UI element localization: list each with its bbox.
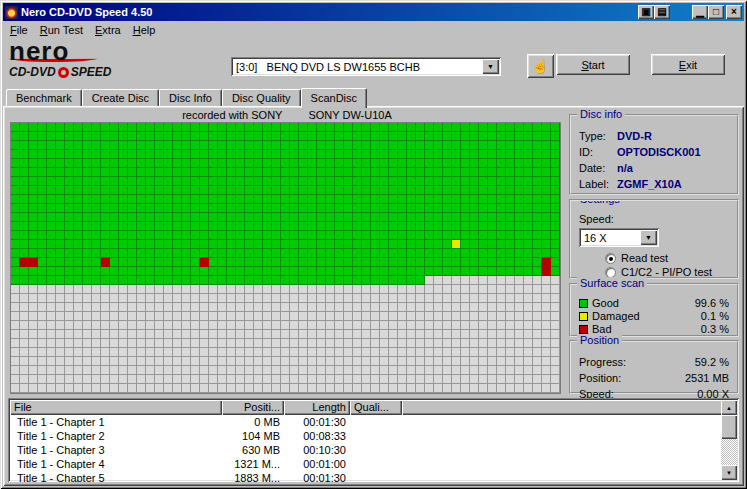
scroll-down-icon[interactable]: ▼ — [721, 465, 737, 480]
scan-cell — [38, 348, 47, 357]
scan-grid-row — [11, 357, 560, 366]
scan-cell — [299, 213, 308, 222]
scan-cell — [533, 249, 542, 258]
scan-cell — [20, 294, 29, 303]
chevron-down-icon[interactable]: ▼ — [640, 230, 657, 245]
scan-cell — [263, 339, 272, 348]
scan-cell — [506, 384, 515, 393]
scan-cell — [218, 168, 227, 177]
scan-cell — [551, 348, 560, 357]
scan-cell — [533, 159, 542, 168]
scan-cell — [317, 384, 326, 393]
minimize-button[interactable]: ▁ — [692, 5, 708, 19]
scan-cell — [533, 258, 542, 267]
file-table-header: FilePositi...LengthQuali... — [10, 400, 737, 415]
scan-cell — [56, 195, 65, 204]
table-row[interactable]: Title 1 - Chapter 51883 M...00:01:30 — [10, 471, 737, 482]
scan-cell — [416, 258, 425, 267]
scan-cell — [452, 195, 461, 204]
tab-benchmark[interactable]: Benchmark — [6, 89, 82, 106]
scan-cell — [29, 357, 38, 366]
scan-cell — [416, 348, 425, 357]
scan-cell — [524, 276, 533, 285]
scan-cell — [20, 159, 29, 168]
table-row[interactable]: Title 1 - Chapter 10 MB00:01:30 — [10, 415, 737, 429]
titlebar-extra-button-2[interactable]: ▤ — [654, 5, 670, 19]
vertical-scrollbar[interactable]: ▲ ▼ — [721, 400, 737, 480]
scan-cell — [227, 222, 236, 231]
scan-cell — [443, 339, 452, 348]
scan-cell — [47, 132, 56, 141]
scan-cell — [542, 159, 551, 168]
close-button[interactable]: × — [726, 5, 742, 19]
tab-scandisc[interactable]: ScanDisc — [301, 88, 367, 108]
menu-item-help[interactable]: Help — [127, 23, 162, 37]
exit-button[interactable]: Exit — [651, 54, 725, 75]
scan-grid-row — [11, 204, 560, 213]
scan-cell — [200, 348, 209, 357]
scan-cell — [83, 213, 92, 222]
table-row[interactable]: Title 1 - Chapter 41321 M...00:01:00 — [10, 457, 737, 471]
drive-select[interactable]: [3:0] BENQ DVD LS DW1655 BCHB ▼ — [231, 57, 501, 76]
scan-cell — [452, 150, 461, 159]
titlebar-extra-button-1[interactable]: ▣ — [638, 5, 654, 19]
scan-cell — [308, 132, 317, 141]
scan-cell — [542, 240, 551, 249]
scan-cell — [47, 330, 56, 339]
scan-cell — [497, 222, 506, 231]
scan-cell — [335, 150, 344, 159]
start-button[interactable]: Start — [556, 54, 630, 75]
scan-cell — [506, 177, 515, 186]
radio-option-read-test[interactable]: Read test — [577, 251, 731, 265]
table-header-quali[interactable]: Quali... — [350, 400, 402, 415]
table-row[interactable]: Title 1 - Chapter 2104 MB00:08:33 — [10, 429, 737, 443]
menu-item-run-test[interactable]: Run Test — [34, 23, 89, 37]
tab-disc-info[interactable]: Disc Info — [159, 89, 222, 106]
scan-cell — [146, 384, 155, 393]
scan-cell — [263, 285, 272, 294]
scan-cell — [128, 123, 137, 132]
scan-cell — [38, 177, 47, 186]
scan-cell — [443, 321, 452, 330]
scan-cell — [245, 159, 254, 168]
scan-cell — [218, 204, 227, 213]
title-bar[interactable]: Nero CD-DVD Speed 4.50 ▣▤▁□× — [3, 3, 744, 21]
scrollbar-thumb[interactable] — [721, 415, 737, 439]
scan-cell — [425, 141, 434, 150]
scroll-up-icon[interactable]: ▲ — [721, 400, 737, 415]
table-header-positi[interactable]: Positi... — [222, 400, 284, 415]
scan-cell — [335, 249, 344, 258]
tab-disc-quality[interactable]: Disc Quality — [222, 89, 301, 106]
eject-button[interactable]: ☝ — [527, 54, 554, 78]
speed-select[interactable]: 16 X ▼ — [579, 228, 659, 247]
maximize-button[interactable]: □ — [708, 5, 724, 19]
menu-item-extra[interactable]: Extra — [89, 23, 127, 37]
scan-cell — [137, 348, 146, 357]
scan-cell — [20, 195, 29, 204]
table-row[interactable]: Title 1 - Chapter 3630 MB00:10:30 — [10, 443, 737, 457]
scan-cell — [317, 357, 326, 366]
scan-cell — [164, 303, 173, 312]
scan-cell — [290, 240, 299, 249]
position-row: Position:2531 MB — [577, 370, 731, 386]
chevron-down-icon[interactable]: ▼ — [482, 59, 499, 74]
scan-cell — [299, 321, 308, 330]
scan-cell — [20, 330, 29, 339]
scan-cell — [290, 312, 299, 321]
scan-cell — [515, 231, 524, 240]
scan-cell — [353, 366, 362, 375]
scan-cell — [20, 213, 29, 222]
scan-cell — [497, 204, 506, 213]
scan-cell — [110, 285, 119, 294]
scan-cell — [281, 384, 290, 393]
scan-cell — [551, 213, 560, 222]
tab-create-disc[interactable]: Create Disc — [82, 89, 159, 106]
surface-scan-title: Surface scan — [577, 277, 647, 289]
scan-cell — [146, 348, 155, 357]
scan-cell — [416, 366, 425, 375]
table-header-length[interactable]: Length — [284, 400, 350, 415]
scan-grid-row — [11, 366, 560, 375]
table-header-file[interactable]: File — [10, 400, 222, 415]
scan-cell — [155, 330, 164, 339]
menu-item-file[interactable]: File — [4, 23, 34, 37]
